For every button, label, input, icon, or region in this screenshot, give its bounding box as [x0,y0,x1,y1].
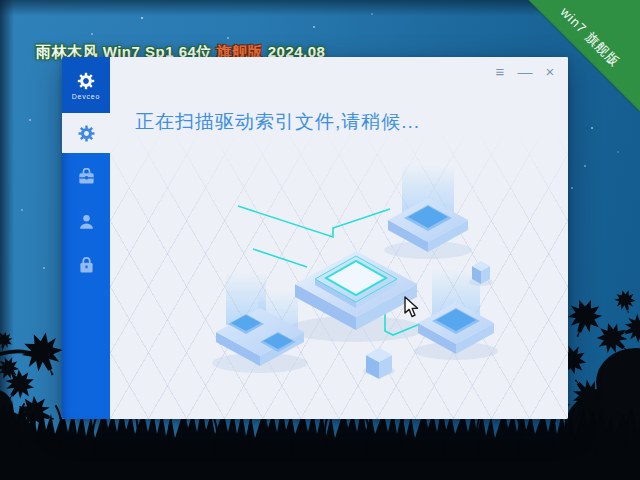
logo-text: Devceo [72,93,101,100]
app-logo: Devceo [62,57,110,113]
sidebar-item-toolbox[interactable] [62,157,110,197]
user-icon [77,212,96,231]
toolbox-icon [77,168,96,187]
gear-icon [77,124,96,143]
bag-icon [77,256,96,275]
gear-logo-icon [76,71,96,91]
close-icon[interactable]: × [542,64,558,79]
driver-tool-window: ≡ — × 正在扫描驱动索引文件,请稍候... [62,57,568,419]
minimize-icon[interactable]: — [517,64,533,79]
sidebar-item-store[interactable] [62,245,110,285]
menu-icon[interactable]: ≡ [492,64,508,79]
cpu-scan-illustration [202,157,522,387]
status-text: 正在扫描驱动索引文件,请稍候... [135,109,420,135]
screen: 雨林木风 Win7 Sp1 64位 旗舰版 2024.08 [0,0,640,480]
sidebar: Devceo [62,57,110,419]
sidebar-item-settings[interactable] [62,113,110,153]
cpu-chip [295,251,417,330]
sidebar-item-user[interactable] [62,201,110,241]
titlebar-controls: ≡ — × [492,64,558,79]
